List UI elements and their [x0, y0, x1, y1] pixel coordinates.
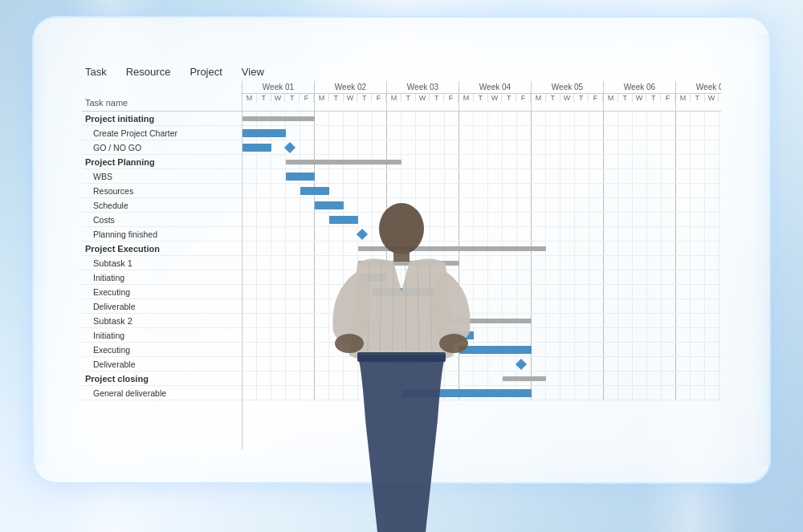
grid-col [589, 198, 604, 212]
menu-resource[interactable]: Resource [126, 66, 171, 78]
grid-col [647, 285, 662, 298]
grid-col [546, 169, 560, 183]
grid-col [517, 328, 532, 342]
grid-col [705, 256, 719, 270]
day-label: W [633, 94, 647, 102]
chart-row [243, 140, 721, 155]
grid-col [589, 256, 604, 270]
grid-col [618, 285, 633, 298]
grid-col [705, 357, 719, 371]
grid-col [546, 242, 560, 255]
grid-col [387, 112, 402, 125]
grid-col [257, 314, 271, 327]
grid-col [271, 213, 286, 226]
grid-col [691, 328, 705, 342]
grid-col [647, 256, 662, 270]
day-label: T [719, 94, 721, 102]
grid-col [604, 112, 618, 125]
task-row: Planning finished [82, 227, 242, 242]
grid-col [676, 357, 691, 371]
grid-col [445, 140, 459, 154]
grid-col [243, 227, 257, 241]
day-label: F [516, 94, 531, 102]
grid-col [474, 126, 488, 140]
grid-col [633, 299, 647, 313]
day-label: T [474, 94, 488, 102]
grid-col [589, 126, 604, 140]
task-row: Schedule [82, 198, 242, 213]
grid-col [719, 155, 721, 169]
grid-col [691, 126, 705, 140]
grid-col [604, 126, 618, 140]
grid-col [705, 169, 719, 183]
grid-col [705, 112, 719, 125]
chart-row [243, 155, 721, 169]
svg-point-3 [439, 334, 468, 353]
day-label: M [315, 94, 329, 102]
grid-col [719, 112, 721, 125]
grid-col [560, 372, 575, 385]
menu-view[interactable]: View [242, 66, 264, 78]
grid-col [691, 285, 705, 298]
grid-col [560, 386, 575, 400]
grid-col [719, 256, 721, 270]
grid-col [271, 386, 286, 400]
grid-col [257, 372, 271, 385]
day-label: W [488, 94, 503, 102]
grid-col [676, 285, 691, 298]
grid-col [618, 372, 633, 385]
week-label: Week 06 [604, 81, 675, 94]
grid-col [474, 169, 488, 183]
menu-project[interactable]: Project [190, 66, 222, 78]
grid-col [589, 343, 604, 356]
grid-col [662, 184, 676, 197]
grid-col [532, 299, 546, 313]
grid-col [329, 126, 344, 140]
grid-col [633, 213, 647, 226]
grid-col [517, 169, 532, 183]
grid-col [488, 112, 503, 125]
grid-col [604, 386, 618, 400]
grid-col [517, 227, 532, 241]
grid-col [329, 169, 344, 183]
week-group: Week 07MTWTF [676, 81, 721, 111]
svg-rect-1 [393, 250, 410, 262]
grid-col [719, 285, 721, 298]
grid-col [488, 299, 503, 313]
grid-col [662, 357, 676, 371]
task-row: Create Project Charter [82, 126, 242, 140]
grid-col [329, 140, 344, 154]
grid-col [618, 343, 633, 356]
grid-col [589, 140, 604, 154]
grid-col [546, 343, 560, 356]
grid-col [618, 126, 633, 140]
grid-col [705, 227, 719, 241]
menu-task[interactable]: Task [85, 66, 107, 78]
grid-col [662, 343, 676, 356]
grid-col [430, 126, 445, 140]
grid-col [662, 198, 676, 212]
grid-col [532, 386, 546, 400]
grid-col [517, 155, 532, 169]
grid-col [647, 343, 662, 356]
grid-col [373, 169, 387, 183]
day-label: T [257, 94, 271, 102]
grid-col [719, 328, 721, 342]
grid-col [691, 242, 705, 255]
grid-col [662, 328, 676, 342]
grid-col [691, 372, 705, 385]
grid-col [575, 126, 589, 140]
grid-col [344, 169, 358, 183]
grid-col [705, 343, 719, 356]
grid-col [300, 126, 315, 140]
grid-col [647, 314, 662, 327]
grid-col [575, 372, 589, 385]
grid-col [604, 140, 618, 154]
grid-col [488, 140, 503, 154]
grid-col [271, 155, 286, 169]
grid-col [662, 299, 676, 313]
grid-col [243, 314, 257, 327]
grid-col [560, 155, 575, 169]
grid-col [286, 285, 300, 298]
grid-col [315, 140, 329, 154]
